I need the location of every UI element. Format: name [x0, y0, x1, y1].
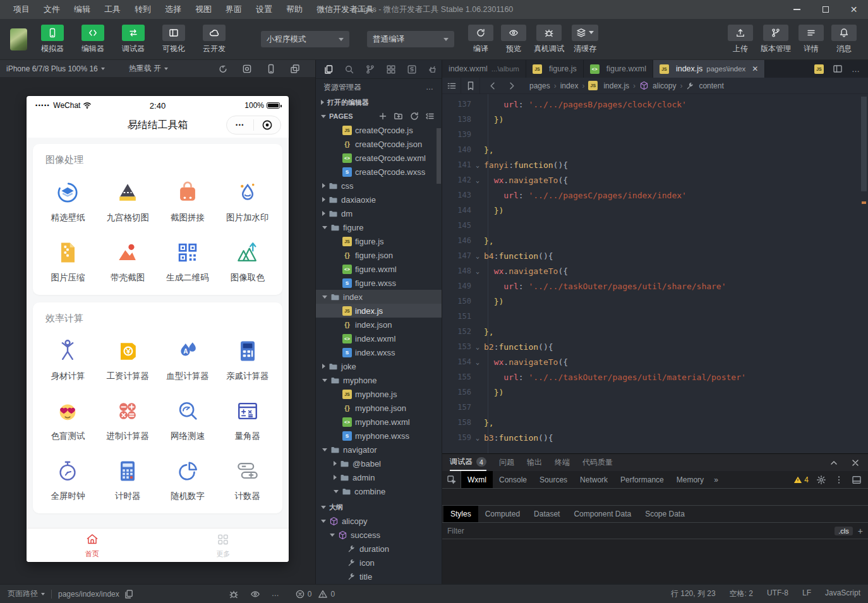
menu-item-1[interactable]: 文件: [37, 4, 67, 15]
back-icon[interactable]: [488, 81, 498, 91]
tree-item-index.wxml[interactable]: <>index.wxml: [316, 331, 442, 345]
problems-indicator[interactable]: 0 0: [295, 589, 335, 599]
kebab-menu-icon[interactable]: [834, 475, 844, 485]
teapot-activity-icon[interactable]: [428, 64, 438, 75]
tree-item-daxiaoxie[interactable]: daxiaoxie: [316, 193, 442, 206]
tree-item-admin[interactable]: admin: [316, 470, 442, 484]
debug-status-icon[interactable]: [229, 589, 239, 599]
devtools-tab-Memory[interactable]: Memory: [670, 471, 710, 488]
app-item-色盲测试[interactable]: 色盲测试: [38, 388, 98, 442]
tree-item-navigator[interactable]: navigator: [316, 443, 442, 457]
breadcrumb-item-content[interactable]: content: [686, 81, 723, 90]
fold-chevron-icon[interactable]: ⌄: [471, 177, 484, 184]
tree-item-figure[interactable]: figure: [316, 220, 442, 234]
tree-item-createQrcode.wxml[interactable]: <>createQrcode.wxml: [316, 151, 442, 165]
devtools-tab-Console[interactable]: Console: [493, 471, 533, 488]
outline-item-title[interactable]: title: [316, 570, 442, 583]
mode-select[interactable]: 小程序模式: [261, 31, 349, 47]
bookmark-icon[interactable]: [461, 78, 480, 93]
code-editor[interactable]: 137 url: '../../pagesB/pages/clock/clock…: [442, 94, 868, 453]
app-item-亲戚计算器[interactable]: 亲戚计算器: [217, 328, 277, 382]
tree-item-myphone.wxml[interactable]: <>myphone.wxml: [316, 415, 442, 429]
breadcrumb-item-alicopy[interactable]: alicopy: [639, 81, 676, 90]
app-item-工资计算器[interactable]: 工资计算器: [98, 328, 158, 382]
devtools-tab-Wxml[interactable]: Wxml: [461, 471, 493, 488]
app-item-图片压缩[interactable]: 图片压缩: [38, 230, 98, 284]
ssquare-activity-icon[interactable]: [407, 64, 417, 75]
toolbar-action-消息[interactable]: 消息: [831, 25, 857, 54]
explorer-activity-icon[interactable]: [323, 64, 334, 75]
toolbar-action-版本管理[interactable]: 版本管理: [761, 25, 791, 54]
tree-item-index.wxss[interactable]: Sindex.wxss: [316, 345, 442, 359]
tree-item-figure.js[interactable]: JSfigure.js: [316, 234, 442, 248]
outline-list-icon[interactable]: [442, 78, 461, 93]
fold-chevron-icon[interactable]: ⌄: [471, 268, 484, 275]
forward-icon[interactable]: [507, 81, 517, 91]
breadcrumb-item-pages[interactable]: pages: [529, 81, 550, 90]
phone-tab-首页[interactable]: 首页: [27, 528, 158, 562]
app-item-随机数字[interactable]: 随机数字: [158, 448, 218, 502]
grid4-activity-icon[interactable]: [386, 64, 396, 75]
cls-button[interactable]: .cls: [835, 527, 853, 535]
fold-chevron-icon[interactable]: ⌄: [471, 434, 484, 441]
devtools-tab-Performance[interactable]: Performance: [614, 471, 670, 488]
app-item-图像取色[interactable]: 图像取色: [217, 230, 277, 284]
more-icon[interactable]: …: [852, 64, 860, 74]
tree-item-createQrcode.json[interactable]: {}createQrcode.json: [316, 137, 442, 151]
copy-icon[interactable]: [124, 589, 134, 599]
close-button[interactable]: ✕: [840, 0, 868, 19]
search-activity-icon[interactable]: [344, 64, 354, 75]
phone-tab-更多[interactable]: 更多: [158, 528, 289, 562]
menu-item-4[interactable]: 转到: [128, 4, 158, 15]
cursor-position[interactable]: 行 120, 列 23: [671, 588, 716, 599]
page-path-selector[interactable]: 页面路径: [8, 588, 45, 599]
close-tab-icon[interactable]: ✕: [752, 64, 758, 73]
toolbar-action-预览[interactable]: 预览: [501, 25, 526, 54]
outline-item-alicopy[interactable]: alicopy: [316, 514, 442, 528]
app-item-生成二维码[interactable]: 生成二维码: [158, 230, 218, 284]
menu-item-3[interactable]: 工具: [97, 4, 128, 15]
toolbar-action-上传[interactable]: 上传: [728, 25, 753, 54]
fold-chevron-icon[interactable]: ⌄: [471, 359, 484, 366]
branch-activity-icon[interactable]: [365, 64, 375, 75]
tree-item-index.js[interactable]: JSindex.js: [316, 304, 442, 318]
inspect-element-icon[interactable]: [442, 471, 461, 488]
maximize-button[interactable]: [811, 0, 840, 19]
preview-status-icon[interactable]: [250, 589, 260, 599]
open-editors-section[interactable]: 打开的编辑器: [316, 95, 442, 109]
rotate-icon[interactable]: [218, 64, 228, 74]
tree-item-joke[interactable]: joke: [316, 359, 442, 373]
encoding-setting[interactable]: UTF-8: [767, 588, 788, 599]
tree-item-figure.wxml[interactable]: <>figure.wxml: [316, 262, 442, 276]
exit-miniprogram-button[interactable]: [254, 119, 280, 131]
styles-tab-Styles[interactable]: Styles: [443, 506, 478, 522]
language-mode[interactable]: JavaScript: [825, 588, 860, 599]
more-menu-button[interactable]: •••: [227, 122, 253, 128]
menu-item-5[interactable]: 选择: [158, 4, 188, 15]
app-item-网络测速[interactable]: 网络测速: [158, 388, 218, 442]
menu-item-7[interactable]: 界面: [219, 4, 249, 15]
outline-item-duration[interactable]: duration: [316, 542, 442, 556]
new-file-icon[interactable]: [378, 111, 388, 121]
outline-section[interactable]: 大纲: [316, 500, 442, 514]
toolbar-action-真机调试[interactable]: 真机调试: [534, 25, 564, 54]
tree-item-combine[interactable]: combine: [316, 484, 442, 498]
app-item-身材计算[interactable]: 身材计算: [38, 328, 98, 382]
styles-tab-Scope Data[interactable]: Scope Data: [638, 506, 692, 522]
tab-overflow-icon[interactable]: »: [710, 475, 722, 484]
tree-item-index.json[interactable]: {}index.json: [316, 318, 442, 331]
breadcrumb-item-index.js[interactable]: JSindex.js: [588, 81, 629, 90]
styles-tab-Computed[interactable]: Computed: [478, 506, 527, 522]
tree-item-createQrcode.js[interactable]: JScreateQrcode.js: [316, 123, 442, 137]
debugger-tab-代码质量[interactable]: 代码质量: [582, 454, 613, 471]
toolbar-toggle-编辑器[interactable]: 编辑器: [76, 25, 109, 54]
tree-item-figure.json[interactable]: {}figure.json: [316, 248, 442, 262]
collapse-panel-icon[interactable]: [829, 458, 839, 468]
app-item-量角器[interactable]: 量角器: [217, 388, 277, 442]
editor-tab-index.wxml[interactable]: index.wxml ...\album: [442, 60, 526, 78]
toolbar-action-编译[interactable]: 编译: [468, 25, 493, 54]
toolbar-action-详情[interactable]: 详情: [799, 25, 824, 54]
fold-chevron-icon[interactable]: ⌄: [471, 162, 484, 169]
app-item-进制计算器[interactable]: 进制计算器: [98, 388, 158, 442]
add-style-button[interactable]: +: [858, 526, 863, 536]
